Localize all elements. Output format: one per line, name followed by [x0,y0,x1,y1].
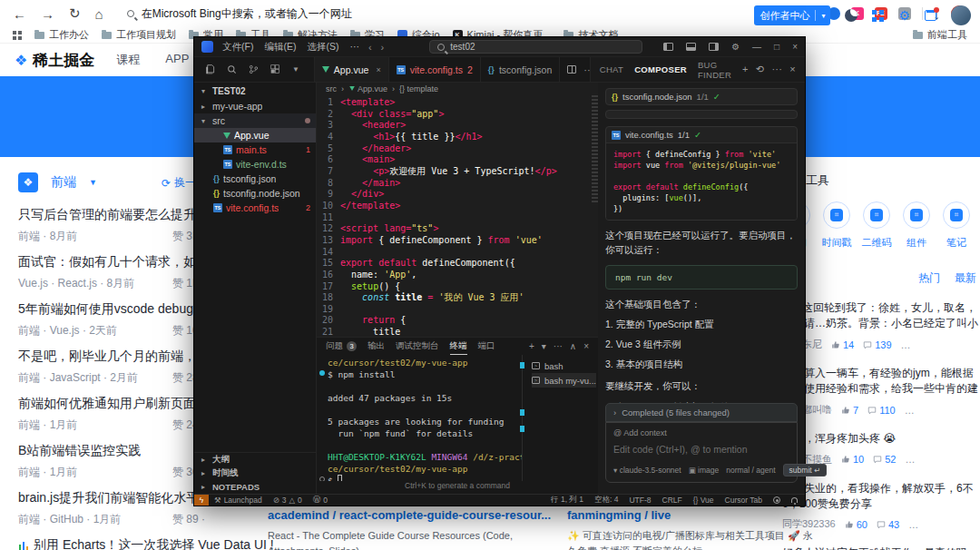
repo-card[interactable]: fanmingming / live✨ 可直连访问的电视/广播图标库与相关工具项… [567,508,817,550]
notifications-item[interactable] [786,497,805,503]
like-count[interactable]: 14 [831,339,854,350]
comment-count[interactable]: 139 [863,339,891,350]
explorer-item[interactable]: ▾src [194,113,316,128]
like-count[interactable]: 7 [841,405,858,416]
toggle-secondary-sidebar-icon[interactable] [709,43,719,51]
extensions-icon[interactable] [270,64,280,74]
ports-item[interactable]: Ⓦ0 [308,495,333,506]
creator-center-button[interactable]: 创作者中心 ▾ [754,5,830,25]
file-chip[interactable]: {}tsconfig.node.json1/1✓ [605,88,798,105]
status-item[interactable]: {} Vue [688,496,720,505]
toggle-panel-icon[interactable] [686,43,696,51]
add-context-chip[interactable]: @ Add context [613,428,789,437]
toggle-sidebar-icon[interactable] [663,43,673,51]
home-icon[interactable]: ⌂ [95,6,103,22]
split-editor-icon[interactable] [567,65,576,74]
menu-item[interactable]: ··· [349,41,359,54]
nav-item[interactable]: 课程 [116,52,140,68]
quick-tool[interactable]: ⌗笔记 [942,201,971,250]
menu-item[interactable]: 编辑(E) [264,41,296,54]
repo-name[interactable]: academind / react-complete-guide-course-… [268,508,517,522]
status-item[interactable]: UTF-8 [623,496,656,505]
close-icon[interactable]: × [376,65,380,74]
file-chip[interactable]: TSvite.config.ts1/1✓ [606,127,797,143]
panel-tab-终端[interactable]: 终端 [450,338,467,355]
more-icon[interactable]: … [906,454,916,465]
chat-tab-composer[interactable]: COMPOSER [634,64,687,74]
apps-grid-icon[interactable] [13,31,22,40]
maximize-icon[interactable]: □ [774,42,779,52]
composer-input[interactable]: @ Add context Edit code (Ctrl+I), @ to m… [605,422,798,483]
post-username[interactable]: 同学392336 [782,517,836,531]
explorer-item[interactable]: TSvite-env.d.ts [194,157,316,172]
close-panel-icon[interactable]: × [583,341,589,351]
hot-link[interactable]: 热门 [918,270,940,286]
explorer-item[interactable]: ▸my-vue-app [194,99,316,113]
explorer-item[interactable]: {}tsconfig.node.json [194,186,316,201]
status-item[interactable]: 空格: 4 [589,495,623,506]
status-item[interactable]: Cursor Tab [720,496,768,505]
launchpad-item[interactable]: ⚒Launchpad [209,496,268,505]
source-control-icon[interactable] [249,64,259,74]
section-大纲[interactable]: ▸大纲 [194,453,316,467]
panel-tab-端口[interactable]: 端口 [478,338,495,355]
maximize-panel-icon[interactable]: ∧ [570,341,576,351]
close-icon[interactable]: × [792,42,798,52]
explorer-root[interactable]: ▾ TEST02 [194,83,316,99]
history-icon[interactable]: ⟲ [756,64,765,75]
chat-tab-bug-finder[interactable]: BUG FINDER [698,60,731,80]
more-icon[interactable]: … [905,405,915,416]
more-icon[interactable]: … [901,339,911,350]
mode-selector[interactable]: normal / agent [726,466,775,475]
hot-link[interactable]: 最新 [955,270,976,286]
menu-item[interactable]: 选择(S) [307,41,338,54]
panel-tab-输出[interactable]: 输出 [368,338,385,355]
new-terminal-icon[interactable]: + [529,341,534,351]
panel-tab-问题[interactable]: 问题3 [326,338,357,355]
tab-tsconfig.json[interactable]: {}tsconfig.json [481,57,560,82]
user-avatar[interactable] [951,5,971,25]
search-icon[interactable] [227,64,237,74]
calendar-icon[interactable] [925,10,936,21]
quick-tool[interactable]: ⌗时间戳 [822,201,851,250]
back-icon[interactable]: ← [13,6,26,22]
terminal-dropdown-icon[interactable]: ▾ [542,341,546,351]
problems-item[interactable]: ⊘3△0 [268,496,308,505]
breadcrumb-item[interactable]: {} template [399,84,438,93]
quick-tool[interactable]: ⌗二维码 [862,201,891,250]
grid-menu-icon[interactable] [872,10,884,22]
bookmark-item[interactable]: 前端工具 [913,28,967,42]
forward-icon[interactable]: → [41,6,54,22]
post-item[interactable]: m，这回轮到我了：徐姓，女儿，取名，认中请…奶茶。背景：小名已经定了叫小米粒，2… [782,300,980,351]
terminal-output[interactable]: ce/cursor/test02/my-vue-app$ npm install… [317,355,522,481]
site-logo[interactable]: ❖ 稀土掘金 [15,50,94,71]
post-item[interactable]: 近打算入一辆车，有经验的jym，能根据自己使用经验和需求，给我一些中肯的建议和.… [782,366,980,417]
category-selector[interactable]: 前端 [51,174,76,191]
explorer-item[interactable]: TSmain.ts1 [194,142,316,157]
model-selector[interactable]: ▾ claude-3.5-sonnet [613,466,681,475]
quick-tool[interactable]: ⌗组件 [902,201,931,250]
menu-item[interactable]: 文件(F) [222,41,253,54]
terminal-session[interactable]: >bash my-vu... [532,373,596,388]
settings-gear-icon[interactable]: ⚙ [898,9,910,22]
nav-back-icon[interactable]: ‹ [368,42,372,53]
minimap[interactable] [592,95,598,204]
command-search-box[interactable]: test02 [429,40,642,54]
close-icon[interactable]: × [789,64,796,75]
dark-mode-icon[interactable] [845,9,858,22]
bookmark-item[interactable]: 工作办公 [34,28,89,42]
explorer-item[interactable]: App.vue [194,128,316,142]
refresh-icon[interactable]: ↻ [69,5,81,22]
new-chat-icon[interactable]: + [742,64,749,75]
breadcrumb-item[interactable]: src [326,84,337,93]
status-item[interactable]: 行 1, 列 1 [545,495,589,506]
tab-App.vue[interactable]: App.vue× [315,57,389,82]
comment-count[interactable]: 52 [873,454,896,465]
more-icon[interactable]: … [908,519,918,530]
explorer-item[interactable]: {}tsconfig.json [194,172,316,186]
account-item[interactable] [768,496,786,504]
more-actions-icon[interactable]: ··· [583,64,591,75]
explorer-icon[interactable] [205,64,215,74]
nav-forward-icon[interactable]: › [381,42,385,53]
section-NOTEPADS[interactable]: ▸NOTEPADS [194,480,316,494]
